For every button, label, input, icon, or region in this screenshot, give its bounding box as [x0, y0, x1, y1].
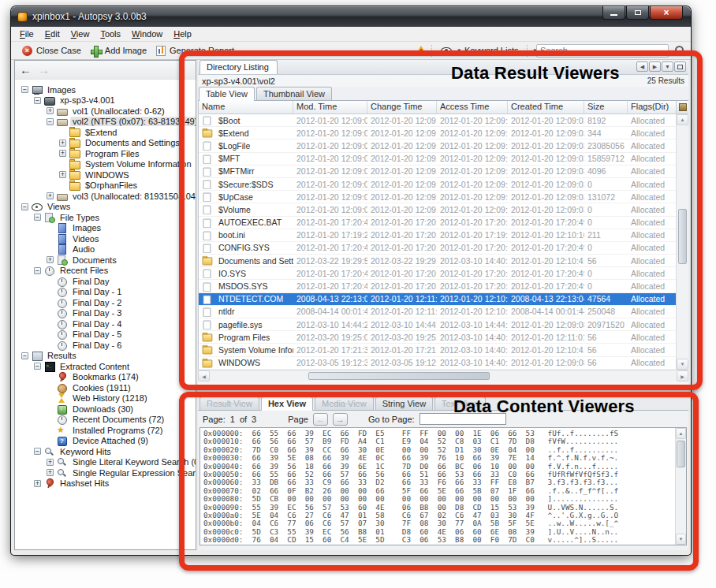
menu-tools[interactable]: Tools [95, 28, 126, 40]
tree-node-final-day[interactable]: +Final Day [15, 276, 196, 287]
tree-node-single-literal-keyword-search-0[interactable]: +Single Literal Keyword Search (0) [15, 457, 196, 468]
tree-node-installed-programs-72[interactable]: +Installed Programs (72) [15, 425, 196, 436]
scrollbar-thumb[interactable] [677, 441, 685, 467]
tree-node-web-history-1218[interactable]: +Web History (1218) [15, 393, 196, 404]
column-header-change-time[interactable]: Change Time [367, 101, 437, 114]
scroll-down-arrow[interactable]: ▼ [677, 359, 688, 370]
tree-node-system-volume-information[interactable]: +System Volume Information [15, 159, 196, 170]
menu-view[interactable]: View [65, 28, 95, 40]
tree-node-xp-sp3-v4-001[interactable]: −xp-sp3-v4.001 [15, 95, 196, 106]
tab-scroll-right-button[interactable]: ▶ [649, 61, 661, 72]
hex-vertical-scrollbar[interactable]: ▲ ▼ [675, 428, 686, 545]
tree-expander-icon[interactable]: − [47, 118, 54, 125]
tree-node-documents-and-settings[interactable]: +Documents and Settings [15, 138, 196, 149]
tree-node-vol3-unallocated-8193150-10485215[interactable]: +vol3 (Unallocated: 8193150-10485215) [15, 191, 196, 202]
tree-node-windows[interactable]: +WINDOWS [15, 169, 196, 180]
tab-maximize-button[interactable] [674, 61, 686, 72]
tree-node-program-files[interactable]: +Program Files [15, 148, 196, 159]
table-row-boot[interactable]: $Boot2012-01-20 12:09:032012-01-20 12:09… [199, 114, 688, 127]
tab-string-view[interactable]: String View [375, 396, 433, 410]
tree-node-hashset-hits[interactable]: +Hashset Hits [15, 478, 196, 489]
tree-expander-icon[interactable]: − [34, 97, 41, 104]
table-row-mftmirr[interactable]: $MFTMirr2012-01-20 12:09:032012-01-20 12… [199, 166, 688, 178]
tree-expander-icon[interactable]: + [47, 256, 54, 263]
tree-node-orphanfiles[interactable]: +$OrphanFiles [15, 180, 196, 192]
tree-expander-icon[interactable]: + [47, 192, 54, 199]
column-header-created-time[interactable]: Created Time [508, 101, 584, 114]
maximize-button[interactable] [626, 6, 649, 20]
title-bar[interactable]: xpinbox1 - Autopsy 3.0.0b3 × [11, 6, 691, 27]
column-chooser-button[interactable] [676, 101, 688, 114]
tree-node-single-regular-expression-search-0[interactable]: +Single Regular Expression Search (0) [15, 467, 196, 478]
menu-window[interactable]: Window [126, 28, 168, 40]
table-row-pagefile-sys[interactable]: pagefile.sys2012-03-10 14:44:292012-03-1… [199, 318, 688, 331]
search-icon[interactable] [675, 46, 684, 55]
vertical-scrollbar[interactable]: ▲ ▼ [676, 114, 688, 370]
tree-expander-icon[interactable]: − [34, 363, 41, 370]
tree-expander-icon[interactable]: + [47, 469, 54, 476]
table-row-boot-ini[interactable]: boot.ini2012-01-20 17:19:252012-01-20 17… [199, 229, 688, 242]
menu-edit[interactable]: Edit [39, 28, 65, 40]
tab-directory-listing[interactable]: Directory Listing [200, 60, 278, 74]
table-row-extend[interactable]: $Extend2012-01-20 12:09:032012-01-20 12:… [199, 127, 688, 140]
tree-node-file-types[interactable]: −File Types [15, 212, 196, 223]
tree-expander-icon[interactable]: − [34, 214, 41, 221]
scrollbar-thumb[interactable] [308, 372, 490, 380]
table-row-windows[interactable]: WINDOWS2012-03-05 19:12:382012-03-05 19:… [199, 357, 688, 370]
scroll-left-arrow[interactable]: ◀ [198, 370, 210, 381]
table-row-volume[interactable]: $Volume2012-01-20 12:09:032012-01-20 12:… [199, 203, 688, 216]
generate-report-button[interactable]: Generate Report [151, 45, 239, 57]
tree-node-bookmarks-174[interactable]: +Bookmarks (174) [15, 372, 196, 383]
tab-thumbnail-view[interactable]: Thumbnail View [256, 87, 332, 100]
tab-list-dropdown-button[interactable]: ▼ [662, 61, 673, 72]
tree-node-recent-documents-72[interactable]: +Recent Documents (72) [15, 415, 196, 426]
forward-button[interactable]: → [38, 64, 50, 76]
prev-page-button[interactable]: ← [313, 413, 328, 426]
tree-expander-icon[interactable]: + [59, 150, 66, 157]
column-header-access-time[interactable]: Access Time [437, 101, 508, 114]
table-row-config-sys[interactable]: CONFIG.SYS2012-01-20 17:20:492012-01-20 … [199, 242, 688, 255]
table-row-logfile[interactable]: $LogFile2012-01-20 12:09:032012-01-20 12… [199, 140, 688, 152]
minimize-button[interactable] [602, 6, 625, 20]
scroll-up-arrow[interactable]: ▲ [676, 428, 686, 439]
scroll-right-arrow[interactable]: ▶ [677, 370, 688, 381]
tree-node-downloads-30[interactable]: +Downloads (30) [15, 404, 196, 415]
tree-expander-icon[interactable]: − [34, 267, 41, 274]
scroll-down-arrow[interactable]: ▼ [676, 534, 686, 545]
tree-expander-icon[interactable]: + [47, 459, 54, 466]
tree-node-vol2-ntfs-0x07-63-8193149[interactable]: −vol2 (NTFS (0x07): 63-8193149) [15, 117, 196, 128]
column-header-flags-dir[interactable]: Flags(Dir) [628, 101, 677, 114]
column-header-mod-time[interactable]: Mod. Time [293, 101, 367, 114]
close-case-button[interactable]: × Close Case [17, 45, 86, 57]
search-input[interactable] [540, 46, 665, 55]
tree-node-final-day-5[interactable]: +Final Day - 5 [15, 329, 196, 341]
tree-node-final-day-4[interactable]: +Final Day - 4 [15, 318, 196, 329]
tree-expander-icon[interactable]: − [21, 203, 28, 210]
tree-node-final-day-6[interactable]: +Final Day - 6 [15, 340, 196, 351]
tree-expander-icon[interactable]: + [59, 140, 66, 147]
table-row-msdos-sys[interactable]: MSDOS.SYS2012-01-20 17:20:492012-01-20 1… [199, 280, 688, 292]
menu-file[interactable]: File [14, 28, 39, 40]
tree-node-cookies-1911[interactable]: +Cookies (1911) [15, 382, 196, 393]
add-image-button[interactable]: Add Image [86, 45, 151, 57]
tree-node-images[interactable]: +Images [15, 223, 196, 234]
tree-expander-icon[interactable]: − [34, 448, 41, 455]
table-row-upcase[interactable]: $UpCase2012-01-20 12:09:032012-01-20 12:… [199, 191, 688, 203]
tree-node-videos[interactable]: +Videos [15, 233, 196, 244]
column-header-size[interactable]: Size [584, 101, 628, 114]
table-row-ntdetect-com[interactable]: NTDETECT.COM2008-04-13 22:13:042012-01-2… [199, 293, 688, 306]
tree-node-views[interactable]: −Views [15, 202, 196, 213]
tree-node-final-day-2[interactable]: +Final Day - 2 [15, 297, 196, 308]
table-row-mft[interactable]: $MFT2012-01-20 12:09:032012-01-20 12:09:… [199, 153, 688, 166]
tab-hex-view[interactable]: Hex View [261, 396, 313, 411]
tree-node-extend[interactable]: +$Extend [15, 127, 196, 138]
tree-node-final-day-3[interactable]: +Final Day - 3 [15, 308, 196, 319]
column-header-name[interactable]: Name [199, 101, 293, 114]
menu-help[interactable]: Help [168, 28, 197, 40]
close-button[interactable]: × [650, 6, 683, 20]
scroll-up-arrow[interactable]: ▲ [677, 114, 688, 125]
tree-node-recent-files[interactable]: −Recent Files [15, 266, 196, 277]
back-button[interactable]: ← [20, 64, 32, 76]
tree-expander-icon[interactable]: − [21, 352, 28, 359]
table-row-ntldr[interactable]: ntldr2008-04-14 00:01:442012-01-20 12:11… [199, 306, 688, 318]
